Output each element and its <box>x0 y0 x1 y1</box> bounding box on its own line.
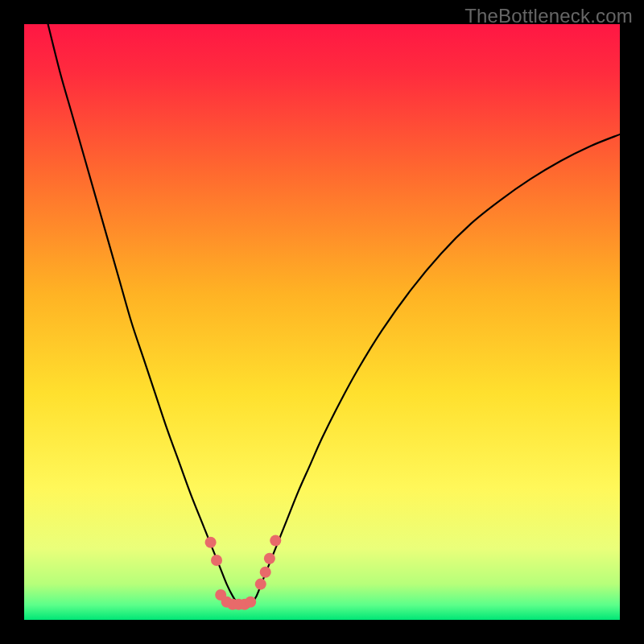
highlight-dot <box>260 567 271 578</box>
plot-area <box>24 24 620 620</box>
highlight-dot <box>270 535 281 547</box>
chart-frame: TheBottleneck.com <box>0 0 644 644</box>
highlight-dot <box>245 597 256 608</box>
highlight-dot <box>255 579 266 590</box>
highlight-dot <box>211 555 222 566</box>
bottleneck-chart <box>24 24 620 620</box>
highlight-dot <box>205 537 217 548</box>
highlight-dot <box>264 553 275 564</box>
gradient-background <box>24 24 620 620</box>
